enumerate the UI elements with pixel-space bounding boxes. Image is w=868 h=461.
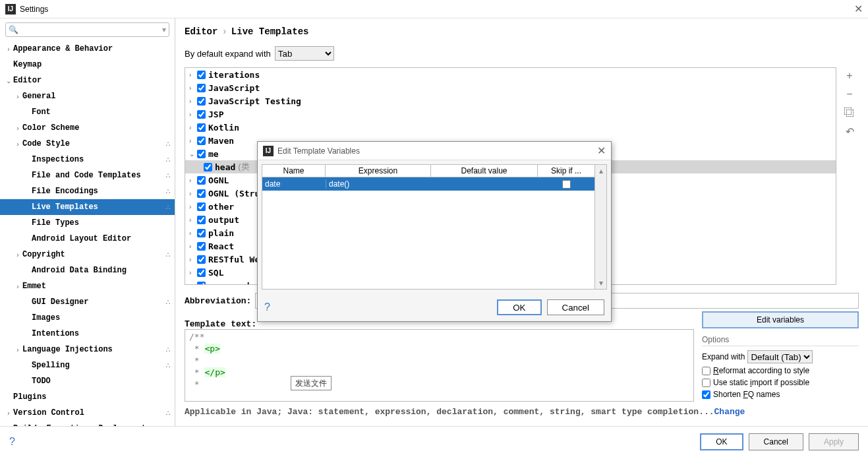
template-item[interactable]: ›Kotlin — [185, 121, 836, 134]
template-checkbox[interactable] — [197, 282, 206, 286]
sidebar-item[interactable]: Spelling⛬ — [0, 357, 175, 373]
expand-icon[interactable]: › — [189, 71, 197, 78]
sidebar-item[interactable]: ›Build, Execution, Deployment — [0, 421, 175, 426]
template-checkbox[interactable] — [197, 84, 206, 92]
sidebar-item[interactable]: Images — [0, 310, 175, 326]
apply-button[interactable]: Apply — [809, 433, 859, 450]
close-icon[interactable]: ✕ — [854, 3, 863, 15]
sidebar-item[interactable]: File Encodings⛬ — [0, 183, 175, 199]
sidebar-item[interactable]: ›Copyright⛬ — [0, 247, 175, 262]
scroll-down-icon[interactable]: ▾ — [599, 278, 603, 288]
sidebar-item[interactable]: Intentions — [0, 326, 175, 342]
expand-icon[interactable]: › — [189, 230, 197, 237]
sidebar-item[interactable]: ›Appearance & Behavior — [0, 41, 175, 57]
expand-select[interactable]: Tab — [275, 46, 334, 61]
template-item[interactable]: ›JSP — [185, 108, 836, 121]
static-import-checkbox[interactable] — [702, 379, 710, 387]
template-checkbox[interactable] — [197, 71, 206, 79]
dialog-cancel-button[interactable]: Cancel — [547, 299, 605, 315]
sidebar-item[interactable]: Plugins — [0, 389, 175, 405]
template-checkbox[interactable] — [197, 110, 206, 119]
template-item[interactable]: ›JavaScript — [185, 81, 836, 94]
expand-icon[interactable]: › — [189, 84, 197, 92]
expand-icon[interactable]: › — [189, 190, 197, 197]
expand-icon[interactable]: › — [4, 410, 13, 417]
sidebar-item[interactable]: ›Code Style⛬ — [0, 136, 175, 152]
sidebar-item[interactable]: GUI Designer⛬ — [0, 294, 175, 310]
expand-icon[interactable]: › — [4, 46, 13, 53]
expand-icon[interactable]: › — [13, 251, 22, 259]
template-checkbox[interactable] — [197, 176, 206, 185]
template-checkbox[interactable] — [197, 97, 206, 106]
table-row[interactable]: date date() — [262, 177, 594, 191]
shorten-fq-checkbox[interactable] — [702, 390, 710, 399]
sidebar-item[interactable]: File Types — [0, 215, 175, 231]
template-checkbox[interactable] — [197, 216, 206, 224]
add-icon[interactable]: + — [846, 70, 852, 82]
expand-icon[interactable]: › — [13, 93, 22, 100]
template-checkbox[interactable] — [197, 202, 206, 211]
expand-icon[interactable]: › — [189, 137, 197, 144]
expand-icon[interactable]: › — [189, 256, 197, 263]
expand-with-select[interactable]: Default (Tab) — [747, 350, 813, 363]
sidebar-item[interactable]: ›General — [0, 88, 175, 104]
sidebar-item[interactable]: ›Version Control⛬ — [0, 405, 175, 421]
template-checkbox[interactable] — [197, 255, 206, 264]
skip-checkbox[interactable] — [562, 180, 571, 189]
template-checkbox[interactable] — [197, 150, 206, 158]
expand-icon[interactable]: › — [189, 177, 197, 184]
expand-icon[interactable]: › — [189, 243, 197, 250]
expand-icon[interactable]: › — [13, 140, 22, 148]
dialog-help-icon[interactable]: ? — [264, 301, 270, 313]
sidebar-item[interactable]: TODO — [0, 373, 175, 389]
expand-icon[interactable]: › — [189, 282, 197, 286]
remove-icon[interactable]: − — [846, 88, 852, 100]
expand-icon[interactable]: › — [13, 283, 22, 290]
expand-icon[interactable]: ⌄ — [4, 77, 13, 84]
sidebar-item[interactable]: ›Emmet — [0, 278, 175, 294]
template-checkbox[interactable] — [197, 123, 206, 132]
sidebar-item[interactable]: Keymap — [0, 57, 175, 73]
dialog-ok-button[interactable]: OK — [497, 299, 541, 315]
template-item[interactable]: ›JavaScript Testing — [185, 94, 836, 108]
expand-icon[interactable]: › — [189, 98, 197, 105]
template-text-area[interactable]: /** * <p> * * </p> *发送文件 — [185, 329, 694, 402]
sidebar-item[interactable]: ›Color Scheme — [0, 120, 175, 136]
expand-icon[interactable]: › — [189, 216, 197, 224]
expand-icon[interactable]: › — [13, 346, 22, 353]
help-icon[interactable]: ? — [9, 436, 15, 448]
template-item[interactable]: ›iterations — [185, 68, 836, 81]
expand-icon[interactable]: › — [13, 125, 22, 132]
template-checkbox[interactable] — [197, 268, 206, 277]
sidebar-item[interactable]: Android Data Binding — [0, 262, 175, 278]
cancel-button[interactable]: Cancel — [749, 433, 803, 450]
template-checkbox[interactable] — [197, 137, 206, 145]
expand-icon[interactable]: › — [4, 425, 13, 427]
template-checkbox[interactable] — [197, 229, 206, 237]
expand-icon[interactable]: ⌄ — [189, 150, 197, 158]
edit-variables-button[interactable]: Edit variables — [702, 311, 859, 328]
sidebar-item[interactable]: Inspections⛬ — [0, 152, 175, 168]
reformat-checkbox[interactable] — [702, 367, 710, 375]
copy-icon[interactable]: ⿻ — [844, 107, 855, 119]
ok-button[interactable]: OK — [700, 433, 743, 450]
scroll-up-icon[interactable]: ▴ — [599, 166, 603, 175]
dialog-table[interactable]: Name Expression Default value Skip if ..… — [262, 164, 595, 290]
sidebar-item[interactable]: Live Templates⛬ — [0, 199, 175, 215]
sidebar-item[interactable]: ›Language Injections⛬ — [0, 342, 175, 357]
expand-icon[interactable]: › — [189, 124, 197, 131]
settings-tree[interactable]: ›Appearance & BehaviorKeymap⌄Editor›Gene… — [0, 41, 175, 426]
template-checkbox[interactable] — [204, 163, 212, 171]
expand-icon[interactable]: › — [189, 203, 197, 210]
undo-icon[interactable]: ↶ — [846, 125, 854, 138]
dialog-close-icon[interactable]: ✕ — [597, 144, 606, 157]
template-checkbox[interactable] — [197, 189, 206, 198]
sidebar-item[interactable]: Font — [0, 104, 175, 120]
sidebar-item[interactable]: ⌄Editor — [0, 73, 175, 88]
expand-icon[interactable]: › — [189, 269, 197, 276]
sidebar-item[interactable]: Android Layout Editor — [0, 231, 175, 247]
template-checkbox[interactable] — [197, 242, 206, 251]
sidebar-item[interactable]: File and Code Templates⛬ — [0, 168, 175, 183]
chevron-down-icon[interactable]: ▾ — [162, 25, 166, 34]
expand-icon[interactable]: › — [189, 111, 197, 118]
